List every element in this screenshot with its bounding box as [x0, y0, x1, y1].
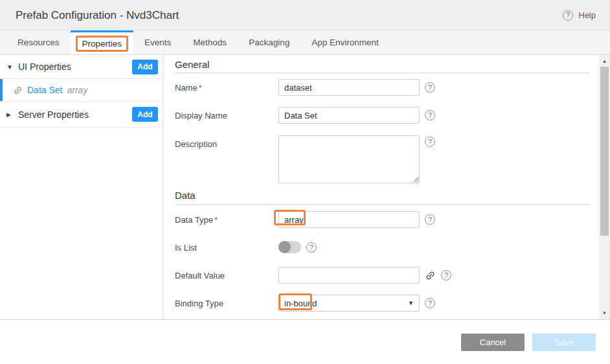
default-value-help-icon[interactable]: ? — [441, 270, 451, 280]
display-name-label: Display Name — [175, 107, 278, 120]
default-value-input[interactable] — [278, 267, 420, 284]
required-asterisk: * — [199, 83, 202, 93]
link-icon — [11, 83, 25, 97]
description-textarea[interactable] — [278, 135, 420, 183]
caret-down-icon: ▼ — [6, 63, 18, 71]
binding-type-help-icon[interactable]: ? — [425, 298, 435, 308]
binding-type-label: Binding Type — [175, 295, 278, 308]
add-server-property-button[interactable]: Add — [132, 107, 158, 122]
property-form-panel: General Name* ? Display Name ? Descripti… — [164, 55, 599, 319]
dialog-body: ▼ UI Properties Add Data Set array ▶ Ser… — [0, 55, 610, 320]
tab-properties[interactable]: Properties — [71, 30, 134, 54]
properties-highlight-box: Properties — [76, 36, 129, 52]
data-set-label: Data Set — [27, 85, 62, 95]
data-type-input[interactable] — [278, 211, 420, 228]
tab-packaging[interactable]: Packaging — [238, 30, 300, 54]
cancel-button[interactable]: Cancel — [461, 334, 525, 351]
scrollbar[interactable]: ▲ ▼ — [599, 55, 610, 319]
is-list-label: Is List — [175, 239, 278, 253]
is-list-help-icon[interactable]: ? — [306, 242, 317, 253]
caret-right-icon: ▶ — [6, 111, 18, 118]
tab-label: App Environment — [311, 38, 379, 47]
tabbar: Resources Properties Events Methods Pack… — [0, 30, 610, 55]
is-list-toggle[interactable] — [278, 241, 301, 253]
tab-label: Resources — [17, 38, 60, 47]
display-name-input[interactable] — [278, 107, 420, 124]
tab-resources[interactable]: Resources — [6, 30, 71, 54]
section-divider — [175, 73, 589, 73]
add-ui-property-button[interactable]: Add — [132, 60, 158, 74]
description-label: Description — [175, 135, 278, 149]
tab-label: Methods — [193, 38, 227, 47]
ui-properties-label: UI Properties — [18, 62, 71, 72]
server-properties-label: Server Properties — [18, 109, 89, 120]
field-row-display-name: Display Name ? — [175, 107, 435, 124]
name-input[interactable] — [278, 79, 420, 96]
tab-app-environment[interactable]: App Environment — [300, 30, 390, 54]
field-row-default-value: Default Value ? — [175, 267, 451, 284]
prefab-configuration-dialog: Prefab Configuration - Nvd3Chart ? Help … — [0, 0, 610, 364]
data-type-label: Data Type* — [175, 211, 278, 225]
scroll-down-button[interactable]: ▼ — [599, 310, 610, 316]
name-label: Name* — [175, 79, 278, 93]
dialog-titlebar: Prefab Configuration - Nvd3Chart ? Help — [0, 0, 610, 30]
help-button[interactable]: ? Help — [563, 0, 596, 30]
scrollbar-thumb[interactable] — [600, 67, 609, 236]
section-heading-data: Data — [175, 190, 196, 201]
binding-type-select[interactable]: in-bound ▼ — [278, 295, 420, 312]
tab-label: Events — [144, 38, 171, 47]
data-set-type: array — [67, 85, 87, 95]
sidebar-item-data-set[interactable]: Data Set array — [0, 79, 163, 102]
selected-accent-bar — [0, 79, 3, 101]
display-name-help-icon[interactable]: ? — [425, 110, 435, 120]
tab-events[interactable]: Events — [133, 30, 182, 54]
section-divider — [175, 204, 589, 205]
toggle-knob — [278, 241, 291, 253]
description-help-icon[interactable]: ? — [425, 137, 435, 147]
sidebar-section-ui-properties[interactable]: ▼ UI Properties Add — [0, 55, 163, 79]
field-row-description: Description ? — [175, 135, 435, 186]
field-row-name: Name* ? — [175, 79, 435, 96]
default-value-label: Default Value — [175, 267, 278, 280]
field-row-is-list: Is List ? — [175, 239, 317, 253]
properties-sidebar: ▼ UI Properties Add Data Set array ▶ Ser… — [0, 55, 163, 319]
help-label: Help — [578, 10, 596, 20]
section-heading-general: General — [175, 59, 209, 70]
select-arrow-icon: ▼ — [408, 300, 414, 306]
tab-label: Packaging — [249, 38, 289, 47]
required-asterisk: * — [214, 215, 218, 225]
name-help-icon[interactable]: ? — [425, 82, 435, 93]
field-row-binding-type: Binding Type in-bound ▼ ? — [175, 295, 435, 312]
tab-methods[interactable]: Methods — [182, 30, 238, 54]
bind-property-link-icon[interactable] — [422, 267, 438, 283]
binding-type-value: in-bound — [284, 299, 317, 308]
dialog-footer: Cancel Save — [0, 320, 610, 364]
sidebar-section-server-properties[interactable]: ▶ Server Properties Add — [0, 102, 163, 128]
tab-label: Properties — [82, 39, 122, 49]
data-type-help-icon[interactable]: ? — [425, 214, 435, 225]
save-button[interactable]: Save — [532, 334, 596, 351]
dialog-title: Prefab Configuration - Nvd3Chart — [16, 0, 179, 30]
field-row-data-type: Data Type* ? — [175, 211, 435, 228]
scroll-up-button[interactable]: ▲ — [599, 58, 610, 64]
help-icon: ? — [563, 10, 573, 21]
